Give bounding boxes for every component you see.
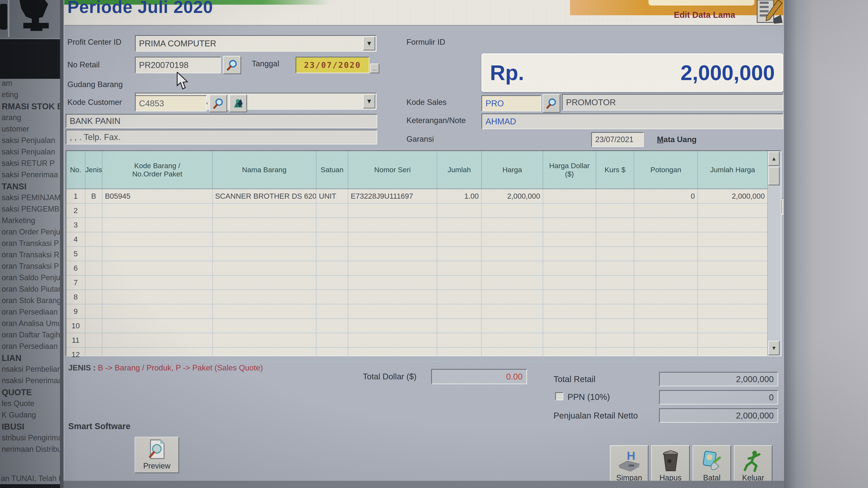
table-row[interactable]: 4: [66, 232, 768, 247]
sidebar-item[interactable]: saksi RETUR P: [2, 159, 61, 170]
sidebar-item[interactable]: nsaksi Penerimaa: [2, 376, 61, 388]
keluar-button[interactable]: Keluar: [734, 445, 772, 485]
customer-name-field[interactable]: BANK PANIN: [66, 114, 377, 128]
sidebar-item[interactable]: K Gudang: [2, 411, 61, 422]
garansi-expiry-field[interactable]: 23/07/2021: [591, 132, 644, 147]
table-row[interactable]: 9: [66, 304, 768, 319]
column-header[interactable]: Satuan: [316, 151, 348, 189]
brand-label: Smart Software: [68, 422, 130, 431]
kode-sales-input[interactable]: PRO: [482, 95, 541, 111]
sidebar-item[interactable]: saksi Penerimaa: [2, 170, 61, 182]
table-cell: 2,000,000: [698, 189, 768, 203]
table-cell: [596, 261, 634, 275]
column-header[interactable]: Harga Dollar ($): [543, 151, 596, 189]
sidebar-item[interactable]: nerimaan Distribus: [2, 445, 61, 456]
table-row[interactable]: 2: [66, 203, 768, 218]
keterangan-value: AHMAD: [486, 117, 516, 126]
tanggal-more-button[interactable]: ...: [370, 64, 379, 73]
sidebar-item[interactable]: oran Stok Barang: [2, 296, 61, 307]
table-row[interactable]: 10: [66, 319, 768, 333]
formulir-label: Formulir ID: [406, 38, 445, 46]
batal-button[interactable]: Batal: [692, 445, 731, 485]
scroll-up-button[interactable]: ▲: [768, 152, 780, 166]
table-row[interactable]: 5: [66, 247, 768, 261]
table-cell: [85, 261, 102, 275]
customer-detail-button[interactable]: [229, 94, 247, 112]
ppn-checkbox[interactable]: [555, 392, 563, 400]
column-header[interactable]: Jenis: [85, 151, 102, 189]
no-retail-search-button[interactable]: [223, 56, 241, 74]
sidebar-item[interactable]: oran Saldo Penju: [2, 273, 61, 285]
sales-search-button[interactable]: [542, 94, 560, 113]
no-retail-input[interactable]: PR20070198: [135, 57, 221, 73]
sidebar-item[interactable]: les Quote: [2, 399, 61, 411]
sidebar-item[interactable]: oran Transaksi P: [2, 262, 61, 273]
sidebar-item[interactable]: ustomer: [2, 125, 61, 136]
sidebar-item[interactable]: stribusi Pengiriman: [2, 433, 61, 445]
sidebar-item[interactable]: LIAN: [2, 353, 61, 365]
table-row[interactable]: 12: [66, 348, 768, 362]
table-cell: [634, 319, 698, 333]
table-row[interactable]: 1BB05945SCANNER BROTHER DS 620UNITE73228…: [66, 189, 768, 203]
customer-search-button[interactable]: [209, 94, 227, 112]
scroll-down-button[interactable]: ▼: [768, 341, 780, 355]
preview-button[interactable]: Preview: [134, 437, 179, 473]
sidebar-item[interactable]: saksi PEMINJAM: [2, 193, 61, 205]
sidebar-item[interactable]: eting: [2, 90, 61, 102]
column-header[interactable]: Nama Barang: [213, 151, 316, 189]
column-header[interactable]: Jumlah Harga: [698, 151, 768, 189]
column-header[interactable]: Jumlah: [437, 151, 482, 189]
sidebar-item[interactable]: am: [2, 79, 61, 90]
chevron-down-icon[interactable]: ▼: [363, 94, 375, 108]
column-header[interactable]: Kode Barang / No.Order Paket: [102, 151, 213, 189]
table-row[interactable]: 11: [66, 333, 768, 348]
table-row[interactable]: 7: [66, 275, 768, 290]
profit-center-combobox[interactable]: PRIMA COMPUTER ▼: [135, 35, 377, 52]
column-header[interactable]: No.: [66, 151, 85, 189]
vertical-scrollbar[interactable]: ▲ ▼: [767, 151, 781, 356]
chevron-down-icon[interactable]: ▼: [363, 36, 375, 51]
tanggal-field[interactable]: 23/07/2020: [296, 57, 369, 73]
sidebar-bottom-band: [0, 484, 64, 488]
kode-customer-input[interactable]: C4853: [135, 95, 207, 111]
sidebar-item[interactable]: saksi PENGEMB: [2, 205, 61, 216]
telp-fax-field[interactable]: , , . Telp. Fax.: [66, 130, 377, 144]
sidebar-item[interactable]: nsaksi Pembelian: [2, 365, 61, 376]
sidebar-menu: ametingRMASI STOK Barangustomersaksi Pen…: [2, 79, 61, 456]
table-cell: [482, 247, 543, 261]
table-row[interactable]: 3: [66, 218, 768, 232]
scroll-thumb[interactable]: [768, 167, 780, 185]
sidebar-item[interactable]: oran Transkasi P: [2, 239, 61, 250]
sidebar-item[interactable]: TANSI: [2, 182, 61, 193]
table-row[interactable]: 8: [66, 290, 768, 304]
column-header[interactable]: Nomor Seri: [348, 151, 437, 189]
no-retail-value: PR20070198: [139, 60, 189, 70]
sidebar-item[interactable]: IBUSI: [2, 422, 61, 433]
hapus-button[interactable]: Hapus: [651, 445, 690, 485]
ppn-label[interactable]: PPN (10%): [567, 392, 610, 402]
sidebar-item[interactable]: arang: [2, 113, 61, 125]
column-header[interactable]: Potongan: [634, 151, 698, 189]
table-cell: 12: [66, 348, 85, 362]
sidebar-item[interactable]: QUOTE: [2, 388, 61, 399]
sidebar-item[interactable]: oran Persediaan: [2, 342, 61, 353]
table-row[interactable]: 6: [66, 261, 768, 275]
edit-note-icon[interactable]: [753, 0, 784, 24]
sidebar-item[interactable]: oran Transaksi R: [2, 250, 61, 262]
sidebar-item[interactable]: oran Analisa Umu: [2, 319, 61, 330]
column-header[interactable]: Kurs $: [596, 151, 634, 189]
sidebar-item[interactable]: Marketing: [2, 216, 61, 227]
sidebar-item[interactable]: oran Order Penju: [2, 227, 61, 239]
edit-data-lama-link[interactable]: Edit Data Lama: [674, 10, 735, 20]
sidebar-item[interactable]: oran Daftar Tagih: [2, 330, 61, 342]
table-cell: [213, 290, 316, 304]
column-header[interactable]: Harga: [482, 151, 543, 189]
sidebar-item[interactable]: saksi Penjualan: [2, 136, 61, 148]
jenis-note-text: B -> Barang / Produk, P -> Paket (Sales …: [98, 363, 263, 372]
sidebar-item[interactable]: RMASI STOK B: [2, 102, 61, 113]
sidebar-item[interactable]: oran Persediaan: [2, 307, 61, 319]
sidebar-item[interactable]: oran Saldo Piutar: [2, 285, 61, 296]
keterangan-input[interactable]: AHMAD: [482, 113, 783, 129]
sidebar-item[interactable]: saksi Penjualan: [2, 148, 61, 159]
simpan-button[interactable]: H Simpan: [610, 445, 648, 485]
